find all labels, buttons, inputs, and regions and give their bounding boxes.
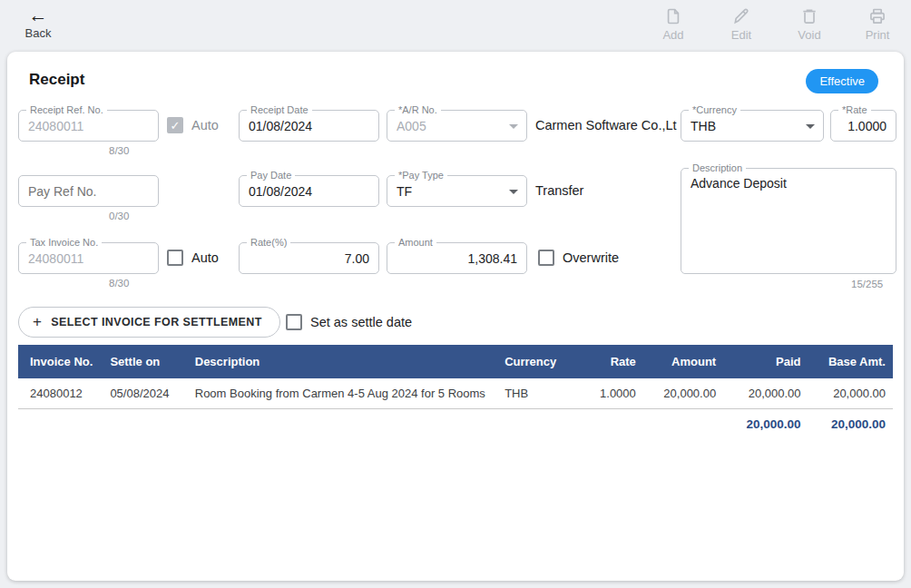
back-button[interactable]: ← Back: [18, 5, 58, 40]
add-document-icon: [652, 7, 694, 25]
edit-label: Edit: [720, 28, 762, 42]
tax-invoice-no-label: Tax Invoice No.: [26, 237, 102, 248]
receipt-date-label: Receipt Date: [247, 104, 312, 115]
printer-icon: [857, 7, 898, 25]
invoice-table-header: Invoice No.Settle onDescriptionCurrencyR…: [18, 345, 893, 378]
add-label: Add: [652, 28, 694, 42]
pay-ref-no-input[interactable]: [19, 176, 158, 206]
overwrite-checkbox-row[interactable]: Overwrite: [538, 250, 619, 266]
receipt-ref-no-counter: 8/30: [109, 145, 129, 156]
settle-date-checkbox-row[interactable]: Set as settle date: [286, 314, 412, 330]
void-button[interactable]: Void: [789, 7, 830, 42]
rate-field[interactable]: *Rate: [830, 110, 896, 142]
receipt-ref-no-label: Receipt Ref. No.: [26, 104, 107, 115]
auto-tax-checkbox-row[interactable]: Auto: [167, 250, 219, 266]
void-label: Void: [789, 28, 830, 42]
table-cell: 20,000.00: [808, 378, 893, 408]
auto-tax-checkbox[interactable]: [167, 250, 183, 266]
ar-no-select[interactable]: *A/R No. A005: [387, 110, 527, 142]
vat-rate-label: Rate(%): [247, 237, 290, 248]
auto-receipt-checkbox-row[interactable]: ✓ Auto: [167, 117, 219, 133]
settle-date-label: Set as settle date: [310, 315, 412, 329]
pay-date-label: Pay Date: [247, 170, 295, 181]
description-counter: 15/255: [851, 279, 883, 289]
table-cell: Room Booking from Carmen 4-5 Aug 2024 fo…: [188, 378, 497, 408]
table-cell: 1.0000: [563, 378, 642, 408]
print-button[interactable]: Print: [857, 7, 898, 42]
rate-label: *Rate: [838, 104, 871, 115]
pay-ref-no-counter: 0/30: [109, 211, 129, 221]
pay-type-select[interactable]: *Pay Type TF: [387, 175, 527, 207]
pay-ref-no-field[interactable]: [18, 175, 159, 207]
table-cell: THB: [497, 378, 563, 408]
toolbar-actions: Add Edit Void: [652, 7, 898, 42]
column-header: Rate: [563, 345, 642, 378]
column-header: Settle on: [103, 345, 187, 378]
pay-type-label: *Pay Type: [395, 170, 447, 181]
currency-label: *Currency: [689, 104, 740, 115]
auto-receipt-label: Auto: [191, 118, 219, 132]
column-header: Currency: [497, 345, 563, 378]
status-badge[interactable]: Effective: [806, 69, 878, 93]
plus-icon: +: [33, 313, 42, 331]
check-icon: ✓: [171, 120, 181, 132]
back-arrow-icon: ←: [18, 5, 58, 25]
auto-tax-label: Auto: [191, 250, 219, 265]
table-cell: 24080012: [18, 378, 103, 408]
table-row[interactable]: 2408001205/08/2024Room Booking from Carm…: [18, 378, 893, 408]
column-header: Invoice No.: [18, 345, 103, 378]
add-button[interactable]: Add: [652, 7, 694, 42]
column-header: Amount: [643, 345, 723, 378]
select-invoice-button[interactable]: + SELECT INVOICE FOR SETTLEMENT: [18, 307, 280, 338]
total-paid: 20,000.00: [723, 408, 808, 439]
top-toolbar: ← Back Add Edit: [0, 0, 911, 52]
pencil-icon: [720, 7, 762, 25]
pay-type-name-text: Transfer: [535, 175, 583, 207]
currency-select[interactable]: *Currency THB: [681, 110, 824, 142]
description-textarea[interactable]: Advance Deposit: [681, 169, 896, 273]
chevron-down-icon: [509, 124, 518, 129]
vat-rate-field[interactable]: Rate(%): [239, 242, 379, 274]
ar-name-text: Carmen Software Co.,Lt: [535, 110, 677, 142]
chevron-down-icon: [806, 124, 815, 129]
edit-button[interactable]: Edit: [720, 7, 762, 42]
settle-date-checkbox[interactable]: [286, 314, 302, 330]
column-header: Base Amt.: [808, 345, 893, 378]
pay-date-field[interactable]: Pay Date: [239, 175, 379, 207]
description-label: Description: [689, 162, 746, 173]
overwrite-label: Overwrite: [563, 250, 619, 265]
table-cell: 20,000.00: [723, 378, 808, 408]
chevron-down-icon: [509, 190, 518, 194]
invoice-table: Invoice No.Settle onDescriptionCurrencyR…: [18, 345, 893, 439]
total-base-amount: 20,000.00: [808, 408, 893, 439]
tax-invoice-no-field[interactable]: Tax Invoice No.: [18, 242, 159, 274]
description-field[interactable]: Description Advance Deposit: [681, 168, 896, 274]
amount-field[interactable]: Amount: [387, 242, 527, 274]
tax-invoice-no-counter: 8/30: [109, 278, 129, 289]
column-header: Paid: [723, 345, 808, 378]
trash-icon: [789, 7, 830, 25]
receipt-card: Receipt Effective Receipt Ref. No. 8/30 …: [7, 52, 904, 581]
table-cell: 20,000.00: [643, 378, 723, 408]
page-title: Receipt: [29, 71, 84, 89]
column-header: Description: [188, 345, 497, 378]
receipt-date-field[interactable]: Receipt Date: [239, 110, 379, 142]
back-label: Back: [18, 26, 58, 40]
print-label: Print: [857, 28, 898, 42]
ar-no-label: *A/R No.: [395, 104, 441, 115]
auto-receipt-checkbox[interactable]: ✓: [167, 117, 183, 133]
overwrite-checkbox[interactable]: [538, 250, 554, 266]
table-cell: 05/08/2024: [103, 378, 187, 408]
select-invoice-label: SELECT INVOICE FOR SETTLEMENT: [51, 316, 261, 328]
amount-label: Amount: [395, 237, 436, 248]
totals-row: 20,000.0020,000.00: [18, 408, 893, 439]
receipt-ref-no-field[interactable]: Receipt Ref. No.: [18, 110, 159, 142]
